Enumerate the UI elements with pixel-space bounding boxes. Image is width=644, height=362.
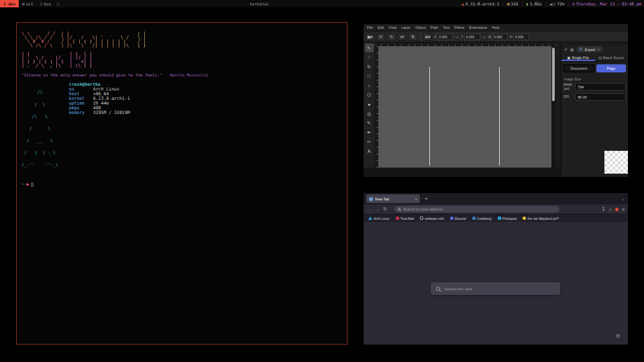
bookmark-folder-software-refs[interactable]: software refs (420, 217, 444, 221)
volume-level: 72% (557, 1, 564, 6)
web-search-input[interactable] (444, 287, 555, 291)
newtab-settings-gear-icon[interactable]: ⚙ (616, 333, 621, 339)
dock-header: ✐ ▤ ⇱ Export × (561, 45, 628, 54)
tool-3dbox-icon[interactable]: ● (365, 100, 374, 109)
y-coordinate-field[interactable]: Y 0.000 −+ (461, 34, 486, 40)
menu-extensions[interactable]: Extensions (469, 25, 487, 29)
menu-hamburger-icon[interactable]: ≡ (622, 207, 625, 212)
menu-object[interactable]: Object (415, 25, 426, 29)
pencil-dock-icon[interactable]: ✐ (564, 47, 568, 52)
menu-edit[interactable]: Edit (378, 25, 384, 29)
extension-ublock-icon[interactable] (615, 208, 619, 211)
canvas-vertical-scrollbar[interactable] (551, 46, 555, 168)
status-modules: ▲ 6.13.8-arch1-1 | ▤ 31G | ▮ 1.8Gi | ◀))… (462, 1, 644, 6)
quote-line: "Silence is the only answer you should g… (21, 72, 347, 77)
x-stepper[interactable]: −+ (453, 35, 459, 39)
menu-path[interactable]: Path (431, 25, 438, 29)
tool-select-icon[interactable]: ↖ (365, 44, 374, 52)
kernel-version: 6.13.8-arch1-1 (466, 1, 500, 6)
tool-pencil-icon[interactable]: ✎ (365, 119, 374, 127)
bookmark-arch-linux[interactable]: Arch Linux (368, 217, 390, 221)
toolbar-separator (420, 34, 421, 40)
flip-horizontal-button[interactable]: ⇄ (398, 33, 407, 41)
home-icon[interactable]: ⌂ (609, 207, 612, 212)
terminal-window[interactable]: __ __ _ _ \ \ / /__| | ___ ___ _ __ ___ … (16, 22, 347, 345)
volume-module: ◀)) 72% (549, 1, 564, 6)
search-icon (398, 208, 400, 210)
menu-file[interactable]: File (367, 25, 373, 29)
drawn-vertical-line[interactable] (499, 67, 500, 166)
rotate-ccw-button[interactable]: ↺ (376, 33, 385, 41)
globe-icon (369, 197, 373, 201)
tool-calligraphy-icon[interactable]: ✑ (365, 137, 374, 146)
height-field[interactable]: H 0.000 (510, 34, 529, 40)
tool-star-icon[interactable]: ⬠ (365, 90, 374, 99)
menu-layer[interactable]: Layer (401, 25, 411, 29)
rotate-cw-button[interactable]: ↻ (387, 33, 396, 41)
inkscape-menubar: File Edit View Layer Object Path Text Fi… (364, 24, 628, 31)
tool-pen-icon[interactable]: ✒ (365, 128, 374, 137)
inkscape-statusbar (364, 168, 561, 177)
reload-button[interactable]: ↻ (383, 206, 387, 212)
bookmark-tuta-mail[interactable]: Tuta Mail (396, 217, 414, 221)
bookmark-are-we-wayland-yet[interactable]: Are we Wayland yet? (523, 217, 559, 221)
export-tab-label: Export (585, 48, 596, 52)
workspace-tag-mux[interactable]: ♪ mux (37, 0, 54, 7)
menu-text[interactable]: Text (443, 25, 449, 29)
export-dpi-input[interactable] (575, 93, 626, 101)
tab-overflow-chevron-icon[interactable]: ⌄ (621, 196, 625, 201)
tool-zoom-icon[interactable]: ↻ (365, 62, 374, 71)
select-mode-dropdown[interactable]: ▣▾ (366, 33, 374, 41)
close-icon[interactable]: × (598, 48, 600, 52)
bookmark-codeberg[interactable]: Codeberg (472, 217, 492, 221)
tool-node-icon[interactable]: ⟋ (365, 53, 374, 62)
menu-filters[interactable]: Filters (454, 25, 464, 29)
tool-text-icon[interactable]: A (365, 147, 374, 156)
width-field[interactable]: W 0.000 (488, 34, 508, 40)
bookmark-discord[interactable]: Discord (450, 217, 466, 221)
layout-icon[interactable]: □ (57, 1, 60, 6)
export-width-input[interactable] (575, 83, 626, 90)
bookmark-photopea[interactable]: Photopea (498, 217, 517, 221)
page-button[interactable]: Page (596, 64, 626, 72)
disk-free: 31G (511, 1, 519, 6)
navigation-bar: ← → ↻ ↧ ⌂ ≡ (364, 204, 628, 214)
web-search-box[interactable] (431, 282, 560, 295)
tool-rectangle-icon[interactable]: □ (365, 72, 374, 80)
new-tab-button[interactable]: + (425, 196, 428, 202)
scale-options-dropdown[interactable]: ⊞▾ (423, 33, 432, 41)
tool-options-bar: ▣▾ ↺ ↻ ⇄ ⇅ ⊞▾ X 0.000 −+ Y 0.000 −+ W 0.… (364, 31, 628, 42)
downloads-icon[interactable]: ↧ (602, 206, 606, 212)
tool-spiral-icon[interactable]: ◎ (365, 109, 374, 118)
codeberg-bookmark-icon (472, 217, 476, 220)
tool-ellipse-icon[interactable]: ○ (365, 81, 374, 90)
shell-prompt[interactable]: ~ ▶ (21, 182, 347, 187)
scrollbar-thumb[interactable] (552, 48, 555, 101)
fetch-info: crash@bertha osArch Linux hostx86_64 ker… (69, 82, 130, 175)
document-button[interactable]: Document (564, 64, 594, 72)
url-input[interactable] (403, 207, 556, 211)
menu-view[interactable]: View (388, 25, 396, 29)
flip-vertical-button[interactable]: ⇅ (409, 33, 417, 41)
menu-help[interactable]: Help (492, 25, 499, 29)
back-button[interactable]: ← (367, 207, 372, 212)
tab-new-tab[interactable]: New Tab × (366, 194, 420, 203)
separator: | (567, 1, 570, 6)
export-icon: ⇱ (580, 47, 583, 52)
batch-export-tab[interactable]: ▤ Batch Export (595, 54, 629, 61)
drawn-vertical-line[interactable] (429, 67, 430, 166)
inkscape-canvas[interactable] (378, 46, 551, 168)
toolbox: ↖ ⟋ ↻ □ ○ ⬠ ● ◎ ✎ ✒ ✑ A (364, 42, 374, 168)
workspace-tag-ust[interactable]: ⚙ ust (19, 0, 36, 7)
export-panel: ✐ ▤ ⇱ Export × ▣ Single File ▤ Batch Exp… (561, 45, 628, 177)
x-coordinate-field[interactable]: X 0.000 −+ (434, 34, 459, 40)
tab-close-icon[interactable]: × (415, 197, 417, 201)
url-bar[interactable] (394, 206, 559, 213)
export-dock-tab[interactable]: ⇱ Export × (577, 46, 602, 52)
single-file-tab[interactable]: ▣ Single File (561, 54, 595, 61)
y-stepper[interactable]: −+ (481, 35, 486, 39)
workspace-tag-dev[interactable]: 1 dev (0, 0, 19, 7)
forward-button[interactable]: → (375, 207, 380, 212)
clock-module: ◔ Thursday, Mar 13 — 02:48 pm (572, 1, 641, 6)
layers-dock-icon[interactable]: ▤ (570, 47, 574, 52)
